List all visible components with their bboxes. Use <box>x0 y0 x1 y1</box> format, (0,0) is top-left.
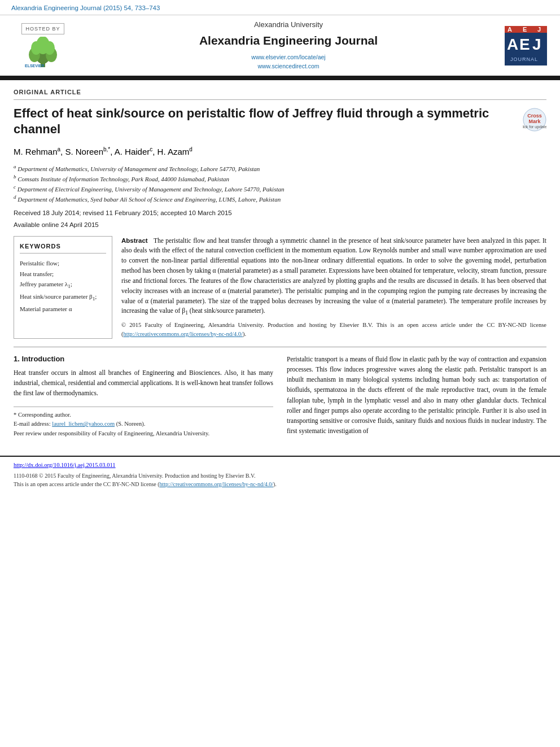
keywords-abstract-section: KEYWORDS Peristaltic flow; Heat transfer… <box>14 236 546 339</box>
doi-link: http://dx.doi.org/10.1016/j.aej.2015.03.… <box>14 461 546 470</box>
journal-urls: www.elsevier.com/locate/aej www.scienced… <box>251 53 325 72</box>
abstract-label: Abstract <box>121 237 148 244</box>
footnote-star: * Corresponding author. <box>14 410 273 420</box>
received-dates: Received 18 July 2014; revised 11 Februa… <box>14 208 546 217</box>
affil-d: d Department of Mathematics, Syed babar … <box>14 194 546 204</box>
aej-logo-area: A E J A E J JOURNAL <box>500 20 551 71</box>
affil-b: b Comsats Institute of Information Techn… <box>14 173 546 184</box>
university-name: Alexandria University <box>254 20 323 30</box>
citation-text: Alexandria Engineering Journal (2015) 54… <box>11 5 160 11</box>
bottom-license-link[interactable]: http://creativecommons.org/licenses/by-n… <box>160 481 273 487</box>
doi-anchor[interactable]: http://dx.doi.org/10.1016/j.aej.2015.03.… <box>14 462 116 468</box>
aej-logo-icon: A E J A E J JOURNAL <box>505 26 547 65</box>
journal-citation: Alexandria Engineering Journal (2015) 54… <box>0 0 560 15</box>
footnotes-section: * Corresponding author. E-mail address: … <box>14 407 273 439</box>
crossmark-badge-icon: Cross Mark click for updates <box>523 108 546 132</box>
keyword-3: Jeffrey parameter λ1; <box>20 279 106 291</box>
keyword-1: Peristaltic flow; <box>20 258 106 269</box>
svg-text:Cross: Cross <box>527 113 542 119</box>
svg-point-6 <box>45 41 55 55</box>
svg-text:E: E <box>523 26 527 33</box>
main-col-left: 1. Introduction Heat transfer occurs in … <box>14 354 273 439</box>
svg-text:ELSEVIER: ELSEVIER <box>25 64 45 68</box>
affil-a: a Department of Mathematics, University … <box>14 163 546 173</box>
content-divider <box>14 347 546 347</box>
available-online: Available online 24 April 2015 <box>14 220 546 229</box>
elsevier-tree-icon: ELSEVIER <box>22 37 64 68</box>
hosted-by-label: HOSTED BY <box>21 23 64 35</box>
page-wrapper: Alexandria Engineering Journal (2015) 54… <box>0 0 560 492</box>
affil-c: c Department of Electrical Engineering, … <box>14 184 546 194</box>
main-col-right: Peristaltic transport is a means of flui… <box>287 354 546 439</box>
article-type-label: ORIGINAL ARTICLE <box>14 88 546 99</box>
bottom-bar: http://dx.doi.org/10.1016/j.aej.2015.03.… <box>0 456 560 492</box>
svg-text:JOURNAL: JOURNAL <box>510 56 538 62</box>
intro-heading: 1. Introduction <box>14 354 273 364</box>
svg-point-5 <box>31 41 41 55</box>
svg-text:J: J <box>532 36 541 53</box>
intro-text-left: Heat transfer occurs in almost all branc… <box>14 368 273 398</box>
authors-line: M. Rehmana, S. Noreenb,*, A. Haiderc, H.… <box>14 146 546 158</box>
keywords-title: KEYWORDS <box>20 242 106 254</box>
abstract-license: © 2015 Faculty of Engineering, Alexandri… <box>121 321 546 339</box>
svg-text:A: A <box>507 36 518 53</box>
bottom-license-text: This is an open access article under the… <box>14 480 546 488</box>
footnote-email: E-mail address: laurel_lichen@yahoo.com … <box>14 420 273 429</box>
bottom-issn: 1110-0168 © 2015 Faculty of Engineering,… <box>14 471 546 480</box>
abstract-column: Abstract The peristaltic flow and heat t… <box>121 236 546 339</box>
publisher-logo-area: HOSTED BY ELSEVIER <box>9 20 77 71</box>
title-row: Effect of heat sink/source on peristalti… <box>14 106 546 138</box>
keyword-5: Material parameter α <box>20 304 106 314</box>
footnote-email-link[interactable]: laurel_lichen@yahoo.com <box>52 421 115 427</box>
keyword-2: Heat transfer; <box>20 269 106 279</box>
journal-title: Alexandria Engineering Journal <box>199 32 378 49</box>
journal-header: HOSTED BY ELSEVIER Alexandria University… <box>0 15 560 77</box>
svg-text:Mark: Mark <box>528 119 541 124</box>
article-title: Effect of heat sink/source on peristalti… <box>14 106 523 138</box>
article-body: ORIGINAL ARTICLE Effect of heat sink/sou… <box>0 80 560 450</box>
intro-text-right: Peristaltic transport is a means of flui… <box>287 354 546 436</box>
svg-text:J: J <box>537 26 541 33</box>
abstract-license-link[interactable]: http://creativecommons.org/licenses/by-n… <box>124 331 243 337</box>
svg-text:E: E <box>519 36 530 53</box>
svg-text:A: A <box>508 26 512 33</box>
keywords-box: KEYWORDS Peristaltic flow; Heat transfer… <box>14 236 112 339</box>
affiliations-section: a Department of Mathematics, University … <box>14 163 546 204</box>
keyword-4: Heat sink/source parameter β1; <box>20 291 106 304</box>
abstract-text: Abstract The peristaltic flow and heat t… <box>121 236 546 318</box>
journal-name-area: Alexandria University Alexandria Enginee… <box>82 20 495 71</box>
svg-text:click for updates: click for updates <box>523 125 546 129</box>
footnote-peer: Peer review under responsibility of Facu… <box>14 429 273 439</box>
main-content-columns: 1. Introduction Heat transfer occurs in … <box>14 354 546 439</box>
